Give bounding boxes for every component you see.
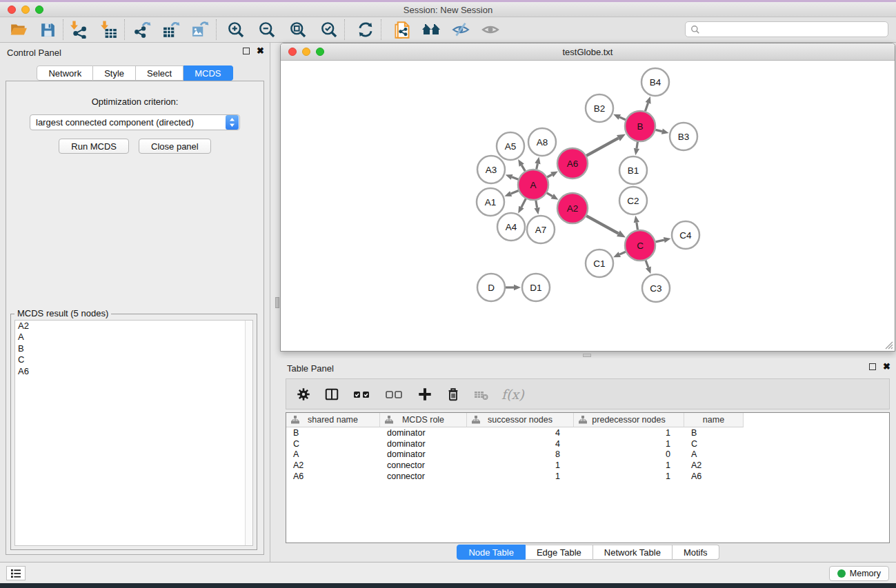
float-table-panel-icon[interactable] [869, 363, 876, 370]
show-panels-list-button[interactable] [6, 566, 26, 580]
new-network-icon[interactable] [392, 20, 412, 39]
edge-C-C1[interactable] [613, 252, 626, 257]
edge-A-A5[interactable] [518, 159, 525, 171]
node-D[interactable]: D [477, 274, 505, 301]
table-cell[interactable]: A6 [684, 472, 744, 481]
table-cell[interactable]: A [684, 449, 744, 459]
show-eye-icon[interactable] [481, 20, 500, 39]
table-cell[interactable]: 1 [574, 439, 684, 449]
close-table-panel-icon[interactable]: ✖ [883, 363, 890, 370]
node-A3[interactable]: A3 [477, 156, 505, 183]
tab-network[interactable]: Network [37, 65, 93, 81]
table-cell[interactable]: 8 [467, 449, 574, 459]
table-cell[interactable]: 1 [574, 472, 684, 481]
close-panel-button[interactable]: Close panel [139, 139, 211, 154]
table-cell[interactable]: A2 [286, 460, 380, 470]
node-C4[interactable]: C4 [672, 221, 699, 249]
table-cell[interactable]: 4 [467, 439, 574, 449]
export-table-icon[interactable] [162, 20, 181, 39]
tab-select[interactable]: Select [136, 65, 183, 81]
table-cell[interactable]: A6 [286, 472, 380, 481]
column-header-name[interactable]: name [684, 413, 744, 427]
hide-eye-icon[interactable] [451, 20, 470, 39]
mcds-result-item[interactable]: C [15, 354, 252, 365]
column-header-shared-name[interactable]: shared name [286, 413, 380, 427]
panel-divider-handle[interactable] [275, 297, 279, 308]
node-A8[interactable]: A8 [528, 128, 556, 156]
resize-grip-icon[interactable] [885, 341, 893, 349]
node-A7[interactable]: A7 [527, 216, 555, 243]
edge-A-A2[interactable] [547, 193, 559, 200]
search-field[interactable] [685, 21, 888, 37]
node-C3[interactable]: C3 [642, 274, 670, 302]
mcds-result-item[interactable]: B [15, 343, 252, 354]
edge-B-B1[interactable] [634, 142, 639, 156]
table-cell[interactable]: 1 [467, 460, 574, 470]
zoom-in-icon[interactable] [226, 20, 246, 39]
open-file-icon[interactable] [9, 20, 28, 39]
show-columns-icon[interactable] [323, 386, 340, 403]
edge-A6-B[interactable] [586, 134, 626, 156]
table-tab-node-table[interactable]: Node Table [457, 545, 526, 560]
deselect-all-icon[interactable] [384, 386, 405, 403]
mcds-result-list[interactable]: A2ABCA6 [14, 320, 253, 546]
home-icon[interactable] [421, 20, 441, 39]
edge-D-D1[interactable] [506, 285, 521, 290]
zoom-out-icon[interactable] [257, 20, 277, 39]
node-A2[interactable]: A2 [557, 193, 588, 223]
export-network-icon[interactable] [133, 20, 152, 39]
table-cell[interactable]: 0 [574, 449, 684, 459]
tab-style[interactable]: Style [93, 65, 136, 81]
node-A1[interactable]: A1 [477, 188, 504, 216]
table-row[interactable]: A6connector11A6 [286, 471, 889, 482]
optimization-criterion-select[interactable]: largest connected component (directed) [30, 114, 240, 130]
table-cell[interactable]: connector [380, 460, 467, 470]
table-cell[interactable]: dominator [380, 449, 467, 459]
table-cell[interactable]: 1 [574, 460, 684, 470]
float-panel-icon[interactable] [243, 48, 250, 54]
column-header-successor-nodes[interactable]: successor nodes [467, 413, 574, 427]
import-network-icon[interactable] [69, 20, 88, 39]
settings-gear-icon[interactable] [295, 386, 312, 403]
edge-A-A1[interactable] [504, 191, 518, 196]
column-header-MCDS-role[interactable]: MCDS role [380, 413, 467, 427]
table-tab-network-table[interactable]: Network Table [593, 545, 673, 560]
edge-C-C2[interactable] [634, 216, 639, 230]
table-cell[interactable]: B [684, 428, 744, 438]
node-B3[interactable]: B3 [670, 123, 697, 150]
node-C2[interactable]: C2 [619, 187, 647, 214]
table-tab-edge-table[interactable]: Edge Table [526, 545, 593, 560]
network-window-titlebar[interactable]: testGlobe.txt [281, 43, 895, 61]
node-A[interactable]: A [518, 170, 548, 200]
memory-button[interactable]: Memory [829, 566, 889, 581]
table-cell[interactable]: C [684, 439, 744, 449]
zoom-selected-icon[interactable] [319, 20, 339, 39]
mcds-result-item[interactable]: A [15, 332, 252, 343]
result-scrollbar[interactable] [245, 321, 252, 545]
node-A4[interactable]: A4 [497, 213, 525, 241]
mcds-result-item[interactable]: A2 [15, 321, 252, 332]
node-B1[interactable]: B1 [619, 156, 647, 184]
node-A5[interactable]: A5 [497, 132, 524, 160]
edge-A-A3[interactable] [506, 174, 519, 180]
table-cell[interactable]: A [286, 449, 380, 459]
edge-A-A8[interactable] [535, 157, 540, 170]
import-table-icon[interactable] [99, 20, 119, 39]
delete-column-icon[interactable] [445, 386, 461, 403]
table-row[interactable]: Cdominator41C [286, 438, 889, 449]
run-mcds-button[interactable]: Run MCDS [59, 139, 129, 154]
refresh-layout-icon[interactable] [356, 20, 375, 39]
table-tab-motifs[interactable]: Motifs [673, 545, 719, 560]
table-cell[interactable]: 1 [467, 472, 574, 481]
node-C[interactable]: C [625, 230, 655, 261]
table-cell[interactable]: dominator [380, 428, 467, 438]
column-header-predecessor-nodes[interactable]: predecessor nodes [574, 413, 684, 427]
node-D1[interactable]: D1 [522, 274, 550, 301]
node-B2[interactable]: B2 [586, 94, 613, 122]
export-image-icon[interactable] [191, 20, 210, 39]
table-cell[interactable]: C [286, 439, 380, 449]
edge-A2-C[interactable] [586, 216, 626, 237]
tab-mcds[interactable]: MCDS [183, 65, 232, 81]
edge-B-B3[interactable] [655, 129, 668, 134]
table-row[interactable]: Bdominator41B [286, 427, 889, 438]
